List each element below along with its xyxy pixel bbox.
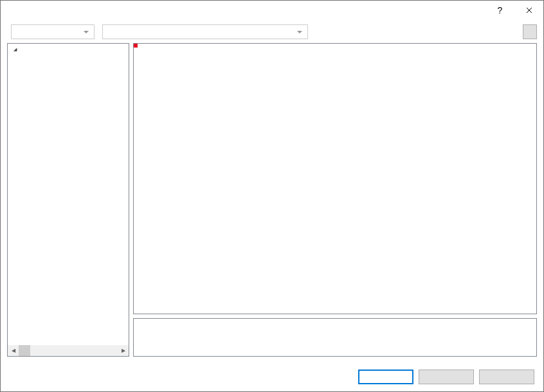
tree-root[interactable]: [8, 44, 129, 55]
dialog-footer: [1, 362, 543, 391]
help-button[interactable]: ?: [485, 1, 514, 20]
property-grid[interactable]: [133, 43, 537, 314]
scroll-right-button[interactable]: ▶: [118, 345, 129, 356]
config-toolbar: [1, 20, 543, 43]
scroll-thumb[interactable]: [19, 345, 30, 356]
cancel-button[interactable]: [419, 370, 474, 384]
title-bar: ?: [1, 1, 543, 20]
close-button[interactable]: [514, 1, 543, 20]
horizontal-scrollbar[interactable]: ◀ ▶: [8, 345, 129, 356]
config-combo[interactable]: [11, 24, 95, 39]
highlight-box: [134, 44, 138, 48]
category-tree[interactable]: ◀ ▶: [7, 43, 129, 357]
ok-button[interactable]: [358, 370, 413, 384]
platform-combo[interactable]: [102, 24, 308, 39]
expand-icon[interactable]: [12, 47, 19, 52]
description-pane: [133, 318, 537, 357]
scroll-left-button[interactable]: ◀: [8, 345, 19, 356]
config-manager-button[interactable]: [523, 24, 537, 39]
apply-button[interactable]: [479, 370, 534, 384]
